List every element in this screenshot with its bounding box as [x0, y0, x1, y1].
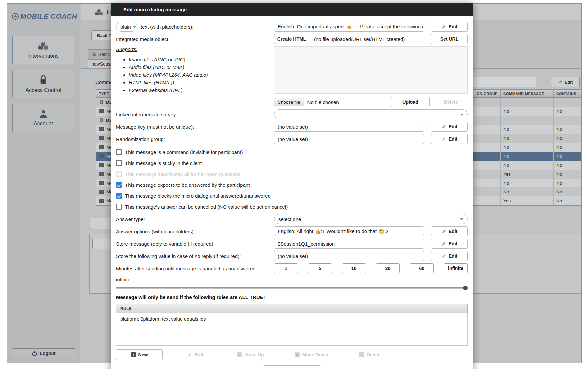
envelope-icon: [99, 163, 104, 167]
rule-column-header: RULE: [116, 304, 468, 313]
checkbox[interactable]: [116, 193, 122, 199]
move-down-button-disabled[interactable]: » Move Down: [295, 352, 328, 357]
text-edit-button[interactable]: Edit: [431, 22, 468, 32]
comment-edit-button[interactable]: Edit: [551, 77, 580, 87]
sidebar-item-account[interactable]: Account: [12, 104, 74, 132]
envelope-icon: [99, 154, 104, 158]
gear-icon: [99, 100, 104, 105]
minutes-option-button[interactable]: 30: [376, 263, 400, 273]
command-message-cell: No: [501, 187, 554, 196]
answer-options-edit-button[interactable]: Edit: [431, 226, 468, 236]
sidebar-item-label: Interventions: [28, 53, 59, 59]
media-label: Integrated media object:: [116, 36, 170, 42]
edit-label: Edit: [565, 80, 573, 85]
checkbox-label: This message deactivates all former open…: [125, 171, 240, 177]
close-button[interactable]: Close: [263, 365, 321, 369]
sidebar-item-access-control[interactable]: Access Control: [12, 70, 74, 98]
edit-rule-button-disabled[interactable]: Edit: [187, 352, 203, 357]
set-url-button[interactable]: Set URL: [431, 34, 468, 44]
randomization-edit-button[interactable]: Edit: [431, 134, 468, 144]
bricks-icon: [95, 8, 103, 16]
move-up-icon: «: [237, 352, 242, 357]
checkbox-row: This message expects to be answered by t…: [116, 181, 468, 189]
contains-cell: No: [554, 134, 582, 143]
slider-handle[interactable]: [463, 286, 468, 290]
checkbox[interactable]: [116, 160, 122, 166]
command-message-cell: No: [501, 143, 554, 152]
answer-type-value: select one: [278, 216, 301, 222]
checkbox-label: This message’s answer can be cancelled (…: [125, 204, 288, 210]
envelope-icon: [99, 109, 104, 113]
linked-survey-select[interactable]: [274, 109, 468, 119]
rule-item[interactable]: platform: $platform text value equals io…: [120, 316, 463, 322]
randomization-input[interactable]: (no value set): [274, 134, 424, 144]
column-header-contains[interactable]: CONTAINS I: [554, 90, 582, 97]
message-text-input[interactable]: English: One important aspect ☝️ --- Ple…: [274, 22, 424, 32]
minutes-option-button[interactable]: 60: [410, 263, 434, 273]
unanswered-slider[interactable]: [116, 286, 468, 290]
checkbox[interactable]: [116, 149, 122, 155]
store-noreply-label: Store the following value in case of no …: [116, 253, 241, 259]
delete-media-button-disabled[interactable]: Delete: [434, 99, 468, 105]
store-noreply-edit-button[interactable]: Edit: [431, 251, 468, 261]
survey-label: Linked intermediate survey:: [116, 112, 177, 117]
contains-cell: No: [554, 107, 582, 116]
checkbox[interactable]: [116, 204, 122, 210]
supports-list: Image files (PNG or JPG) Audio files (AA…: [129, 57, 274, 93]
contains-cell: [554, 98, 582, 107]
minutes-option-button[interactable]: 1: [274, 263, 298, 273]
checkbox[interactable]: [116, 182, 122, 188]
envelope-icon: [99, 127, 104, 131]
checkbox-label: This message is sticky in the client: [125, 160, 202, 166]
contains-cell: No: [554, 179, 582, 187]
minutes-option-button[interactable]: 5: [308, 263, 332, 273]
format-select[interactable]: plain: [116, 22, 137, 32]
logout-button[interactable]: Logout: [11, 348, 76, 358]
store-reply-edit-button[interactable]: Edit: [431, 239, 468, 249]
edit-label: Edit: [449, 253, 457, 259]
store-noreply-row: Store the following value in case of no …: [116, 251, 468, 261]
puzzle-icon: [91, 52, 96, 57]
answer-type-select[interactable]: select one: [274, 214, 468, 224]
edit-micro-dialog-modal: Edit micro dialog message: plain text (w…: [111, 3, 473, 369]
sidebar-item-interventions[interactable]: Interventions: [12, 36, 74, 64]
command-message-cell: No: [501, 161, 554, 170]
checkbox-row: This message is a command (invisible for…: [116, 148, 468, 156]
checkbox-label: This message expects to be answered by t…: [125, 182, 250, 188]
pencil-icon: [441, 124, 446, 129]
minutes-option-button[interactable]: 10: [342, 263, 366, 273]
edit-label: Edit: [449, 24, 457, 29]
edit-label: Edit: [449, 124, 457, 129]
modal-title: Edit micro dialog message:: [123, 7, 188, 12]
chevron-down-icon: [460, 114, 463, 117]
message-key-input[interactable]: (no value set): [274, 122, 424, 132]
checkbox-label: This message is a command (invisible for…: [125, 149, 243, 155]
message-key-row: Message key (must not be unique): (no va…: [116, 122, 468, 132]
new-rule-button[interactable]: + New: [116, 349, 163, 360]
column-header-command-message[interactable]: COMMAND MESSAGE: [501, 90, 554, 97]
answer-options-input[interactable]: English: All right 👍:1 Wouldn't like to …: [274, 226, 424, 236]
move-down-label: Move Down: [302, 352, 328, 357]
media-object-row: Integrated media object: Create HTML (no…: [116, 34, 468, 44]
contains-cell: No: [554, 187, 582, 196]
upload-button[interactable]: Upload: [391, 97, 430, 107]
delete-rule-button-disabled[interactable]: − Delete: [359, 352, 381, 357]
move-up-button-disabled[interactable]: « Move Up: [237, 352, 264, 357]
new-label: New: [138, 352, 148, 357]
checkbox[interactable]: [116, 171, 122, 177]
envelope-icon: [99, 199, 104, 203]
contains-cell: [554, 116, 582, 125]
rules-heading: Message will only be send if the followi…: [116, 294, 468, 300]
message-key-edit-button[interactable]: Edit: [431, 122, 468, 132]
store-noreply-input[interactable]: (no value set): [274, 251, 424, 261]
answer-options-row: Answer options (with placeholders): Engl…: [116, 226, 468, 236]
app-logo: MOBILE COACH: [12, 12, 77, 20]
minutes-option-button[interactable]: infinite: [444, 263, 468, 273]
create-html-button[interactable]: Create HTML: [274, 34, 309, 44]
command-message-cell: No: [501, 134, 554, 143]
store-reply-input[interactable]: $Session1Q1_permission: [274, 239, 424, 249]
envelope-icon: [99, 181, 104, 185]
contains-cell: No: [554, 152, 582, 161]
choose-file-button[interactable]: Choose file: [274, 98, 304, 106]
supports-heading: Supports:: [116, 46, 274, 52]
